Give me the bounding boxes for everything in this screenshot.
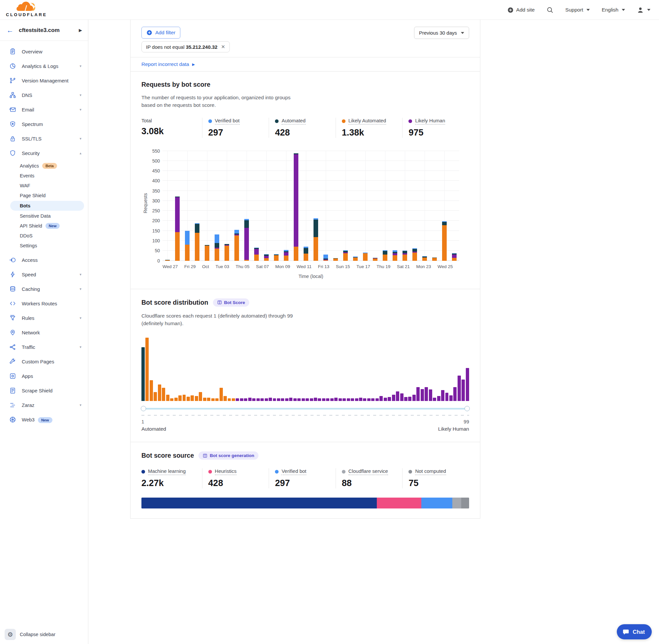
chevron-right-icon[interactable]: ▶ <box>79 28 82 33</box>
distribution-bar <box>265 398 268 401</box>
sidebar-item-custom-pages[interactable]: Custom Pages <box>0 354 88 369</box>
add-filter-button[interactable]: Add filter <box>141 27 180 39</box>
slider-handle-max[interactable] <box>465 406 470 411</box>
stat-label[interactable]: Verified bot <box>275 468 336 475</box>
sidebar-item-bots[interactable]: Bots <box>10 201 84 211</box>
slider-handle-min[interactable] <box>141 406 146 411</box>
stacked-bar <box>284 250 288 260</box>
date-range-dropdown[interactable]: Previous 30 days <box>414 27 469 39</box>
stat-label[interactable]: Total <box>141 118 202 123</box>
distribution-bar <box>330 398 334 401</box>
legend-dot-icon <box>208 119 212 123</box>
sidebar-item-api-shield[interactable]: API ShieldNew <box>0 221 88 231</box>
close-icon[interactable]: ✕ <box>221 44 226 50</box>
stat-label[interactable]: Heuristics <box>208 468 269 475</box>
stat-label[interactable]: Verified bot <box>208 118 269 125</box>
report-incorrect-data-link[interactable]: Report incorrect data ▶ <box>131 57 480 72</box>
chevron-down-icon[interactable]: ▾ <box>79 108 81 112</box>
slider-track[interactable] <box>141 408 469 410</box>
sidebar-item-workers-routes[interactable]: Workers Routes <box>0 296 88 310</box>
bar-group <box>212 234 222 261</box>
chevron-down-icon[interactable]: ▾ <box>79 316 81 320</box>
sidebar-item-rules[interactable]: Rules▾ <box>0 310 88 325</box>
stat-label[interactable]: Likely Automated <box>342 118 402 125</box>
filter-chip[interactable]: IP does not equal 35.212.240.32 ✕ <box>141 41 230 52</box>
sidebar-item-label: Page Shield <box>20 193 46 198</box>
cloudflare-logo[interactable]: CLOUDFLARE <box>6 1 46 17</box>
shield-star-icon <box>9 121 16 128</box>
chevron-down-icon[interactable]: ▾ <box>79 345 81 349</box>
sidebar-item-settings[interactable]: Settings <box>0 241 88 251</box>
sidebar-item-zaraz[interactable]: Zaraz▾ <box>0 398 88 412</box>
bar-group <box>440 221 449 261</box>
sidebar-item-dns[interactable]: DNS▾ <box>0 88 88 102</box>
back-arrow-icon[interactable]: ← <box>6 26 14 34</box>
stat-label[interactable]: Likely Human <box>408 118 469 125</box>
language-menu[interactable]: English <box>602 7 625 13</box>
stacked-bar <box>442 221 447 261</box>
bar-group <box>340 250 350 260</box>
sidebar-item-sensitive-data[interactable]: Sensitive Data <box>0 211 88 221</box>
stat-label[interactable]: Automated <box>275 118 336 125</box>
chevron-down-icon[interactable]: ▾ <box>79 287 81 291</box>
distribution-bar <box>441 390 444 401</box>
chevron-down-icon[interactable]: ▾ <box>79 272 81 277</box>
stat-automated: Automated428 <box>269 118 336 138</box>
sidebar-item-email[interactable]: Email▾ <box>0 102 88 117</box>
sidebar-item-overview[interactable]: Overview <box>0 44 88 59</box>
section-description: The number of requests to your applicati… <box>141 94 293 109</box>
sidebar-item-caching[interactable]: Caching▾ <box>0 282 88 296</box>
sidebar-item-ddos[interactable]: DDoS <box>0 231 88 241</box>
filter-chip-text: IP does not equal 35.212.240.32 <box>146 44 217 50</box>
chevron-down-icon[interactable]: ▾ <box>79 64 81 68</box>
stat-label[interactable]: Not computed <box>408 468 469 475</box>
db-icon <box>9 285 16 293</box>
stat-label[interactable]: Cloudflare service <box>342 468 402 475</box>
stat-value: 428 <box>208 478 269 488</box>
support-menu[interactable]: Support <box>565 7 590 13</box>
sidebar-item-web3[interactable]: Web3New <box>0 412 88 427</box>
sidebar-item-apps[interactable]: Apps <box>0 369 88 383</box>
bar-segment-likely-automated <box>234 235 239 261</box>
sidebar-item-events[interactable]: Events <box>0 171 88 181</box>
plus-circle-icon <box>508 7 514 13</box>
sidebar-item-analytics-logs[interactable]: Analytics & Logs▾ <box>0 59 88 73</box>
distribution-bar <box>449 395 453 401</box>
site-selector[interactable]: ← cftestsite3.com ▶ <box>0 20 88 41</box>
sidebar-item-waf[interactable]: WAF <box>0 181 88 190</box>
bot-score-generation-badge[interactable]: Bot score generation <box>198 452 258 460</box>
chevron-down-icon[interactable]: ▾ <box>79 93 81 97</box>
distribution-bar <box>211 398 215 401</box>
chevron-down-icon[interactable]: ▾ <box>79 137 81 141</box>
bar-group <box>400 251 410 260</box>
sidebar-item-ssl-tls[interactable]: SSL/TLS▾ <box>0 131 88 146</box>
sidebar-item-speed[interactable]: Speed▾ <box>0 267 88 282</box>
account-menu[interactable] <box>637 6 651 14</box>
add-site-button[interactable]: Add site <box>508 7 535 13</box>
sidebar-item-analytics[interactable]: AnalyticsBeta <box>0 161 88 171</box>
stacked-bar <box>363 253 368 260</box>
collapse-sidebar-button[interactable]: ⚙ Collapse sidebar <box>5 629 55 640</box>
x-tick-label <box>329 264 336 269</box>
y-tick-label: 300 <box>147 198 160 204</box>
chat-button[interactable]: Chat <box>617 624 652 639</box>
sidebar-item-network[interactable]: Network <box>0 325 88 340</box>
chevron-up-icon[interactable]: ▴ <box>79 151 81 155</box>
requests-by-bot-score-section: Requests by bot score The number of requ… <box>131 72 480 289</box>
y-tick-label: 200 <box>147 218 160 223</box>
bar-group <box>163 260 172 260</box>
sidebar-item-scrape-shield[interactable]: Scrape Shield <box>0 383 88 398</box>
badge-label: Bot score generation <box>210 453 254 458</box>
distribution-bar <box>413 395 416 401</box>
search-button[interactable] <box>547 6 554 14</box>
sidebar-item-access[interactable]: Access <box>0 253 88 267</box>
sidebar-item-spectrum[interactable]: Spectrum <box>0 117 88 131</box>
chevron-down-icon[interactable]: ▾ <box>79 403 81 407</box>
sidebar-item-traffic[interactable]: Traffic▾ <box>0 340 88 354</box>
stat-label[interactable]: Machine learning <box>141 468 202 475</box>
gear-icon[interactable]: ⚙ <box>5 629 16 640</box>
sidebar-item-version-management[interactable]: Version Management <box>0 73 88 88</box>
sidebar-item-page-shield[interactable]: Page Shield <box>0 190 88 201</box>
bot-score-badge[interactable]: Bot Score <box>213 298 250 307</box>
sidebar-item-security[interactable]: Security▴ <box>0 146 88 160</box>
